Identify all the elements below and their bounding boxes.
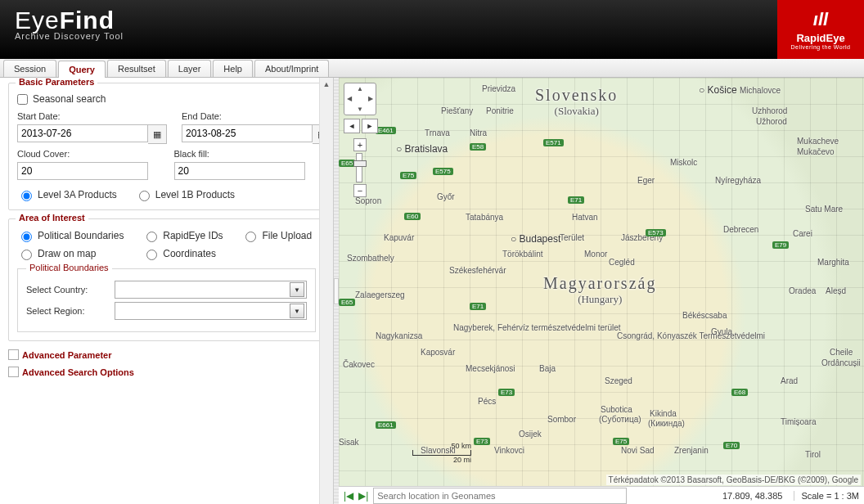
zoom-in-button[interactable]: + [353,138,367,151]
city-label: Novi Sad [621,446,655,455]
nav-first-icon[interactable]: |◀ [344,490,353,502]
scale-km: 50 km [412,442,471,450]
road-shield: E68 [731,389,748,396]
city-label: Timișoara [781,417,817,426]
tab-resultset[interactable]: Resultset [107,60,166,77]
pan-control: ▲ ◀▶ ▼ [344,83,376,115]
zoom-slider-track[interactable] [356,153,362,182]
aoi-coords-radio[interactable] [146,250,157,260]
seasonal-search-label: Seasonal search [33,93,106,105]
road-shield: E573 [646,229,666,236]
history-forward-icon[interactable]: ► [362,119,378,133]
tab-layer[interactable]: Layer [168,60,212,77]
city-label: Kaposvár [421,348,455,357]
basic-legend: Basic Parameters [16,78,97,87]
city-label: Zrenjanin [674,446,709,455]
road-shield: E73 [498,389,515,396]
black-fill-input[interactable] [174,162,305,180]
zoom-slider-handle[interactable] [353,160,367,167]
political-boundaries: Political Boundaries Select Country: ▼ S… [17,268,316,332]
city-label: Csongrád, Kónyaszék Természetvédelmi [617,331,765,340]
city-label: Piešťany [441,106,473,115]
city-label: Uzhhorod [752,106,787,115]
city-label: Nagykanizsa [376,331,422,340]
end-date-input[interactable] [182,124,313,142]
city-label: Székesfehérvár [449,266,506,275]
city-label: Hatvan [572,213,598,222]
aoi-rapideye-radio[interactable] [146,232,157,242]
road-shield: E60 [404,213,421,220]
aoi-political-radio[interactable] [21,232,32,242]
road-shield: E71 [568,196,584,204]
advanced-search-toggle[interactable]: Advanced Search Options [8,367,325,377]
level-3a-radio[interactable] [21,191,32,201]
city-label: Sombor [547,415,576,424]
city-label: Tirol [805,450,821,459]
level-3a-label: Level 3A Products [38,189,117,200]
city-label: Oradea [789,286,816,295]
city-label: Aleșd [826,286,846,295]
pan-right-icon[interactable]: ▶ [365,94,376,105]
area-of-interest: Area of Interest Political Boundaries Ra… [8,218,325,341]
road-shield: E571 [543,139,564,146]
aoi-rapideye-label: RapidEye IDs [163,230,223,241]
city-label: Tatabánya [466,213,503,222]
nav-next-icon[interactable]: ▶| [358,490,368,502]
aoi-draw-radio[interactable] [21,250,32,260]
cloud-cover-label: Cloud Cover: [17,149,160,159]
city-label: Szombathely [347,254,394,263]
logo-bold: Find [60,7,115,34]
select-region-label: Select Region: [26,306,108,316]
road-shield: E461 [376,127,396,134]
black-fill-label: Black fill: [174,149,317,159]
start-date-picker-icon[interactable]: ▦ [148,124,167,144]
start-date-input[interactable] [17,124,148,142]
pan-up-icon[interactable]: ▲ [355,83,366,94]
city-label: Terület [560,233,584,242]
road-shield: E575 [433,168,453,175]
brand-badge: ıll RapidEye Delivering the World [777,0,864,59]
tab-about[interactable]: About/Imprint [254,60,329,77]
tab-session[interactable]: Session [3,60,56,77]
city-label: Michalovce [740,86,781,95]
cloud-cover-input[interactable] [17,162,148,180]
advanced-parameter-toggle[interactable]: Advanced Parameter [8,349,325,360]
select-country-label: Select Country: [26,285,108,295]
road-shield: E75 [400,172,416,179]
aoi-file-radio[interactable] [245,232,256,242]
map-panel[interactable]: Slovensko(Slovakia)Magyarország(Hungary)… [339,78,864,504]
scale-mi: 20 mi [412,456,471,464]
tab-query[interactable]: Query [58,61,106,78]
zoom-out-button[interactable]: − [353,184,367,197]
history-back-icon[interactable]: ◄ [344,119,360,133]
map-footer: |◀ ▶| 17.809, 48.385 Scale = 1 : 3M [339,486,864,504]
city-label: Ordâncușii [821,358,861,367]
city-label: Marghita [817,258,849,267]
city-label: Kapuvár [384,233,414,242]
query-sidebar: Basic Parameters Seasonal search Start D… [0,78,334,504]
city-label: Győr [437,192,455,201]
city-label: (Суботица) [599,415,641,424]
road-shield: E75 [613,438,629,445]
aoi-coords-label: Coordinates [163,248,216,259]
scroll-up-icon[interactable]: ▲ [320,78,333,91]
city-label: Mecsekjánosi [466,364,515,373]
expand-icon [8,349,19,360]
aoi-file-label: File Upload [262,230,312,241]
city-label: Sopron [355,196,381,205]
sidebar-scrollbar[interactable]: ▲ [319,78,333,504]
select-country-dropdown[interactable]: ▼ [115,281,307,299]
scale-ratio: Scale = 1 : 3M [794,491,859,501]
seasonal-search-checkbox[interactable] [17,94,28,105]
level-1b-radio[interactable] [139,191,150,201]
select-region-dropdown[interactable]: ▼ [115,302,307,320]
tab-help[interactable]: Help [213,60,253,77]
brand-icon: ıll [813,9,828,30]
city-label: Nagyberek, Fehérvíz természetvédelmi ter… [453,323,621,332]
city-label: Subotica [601,405,632,414]
map-attribution: Térképadatok ©2013 Basarsoft, GeoBasis-D… [606,475,861,485]
brand-tagline: Delivering the World [791,44,851,50]
pan-left-icon[interactable]: ◀ [344,94,355,105]
geonames-search-input[interactable] [373,488,627,504]
pan-down-icon[interactable]: ▼ [355,104,366,115]
